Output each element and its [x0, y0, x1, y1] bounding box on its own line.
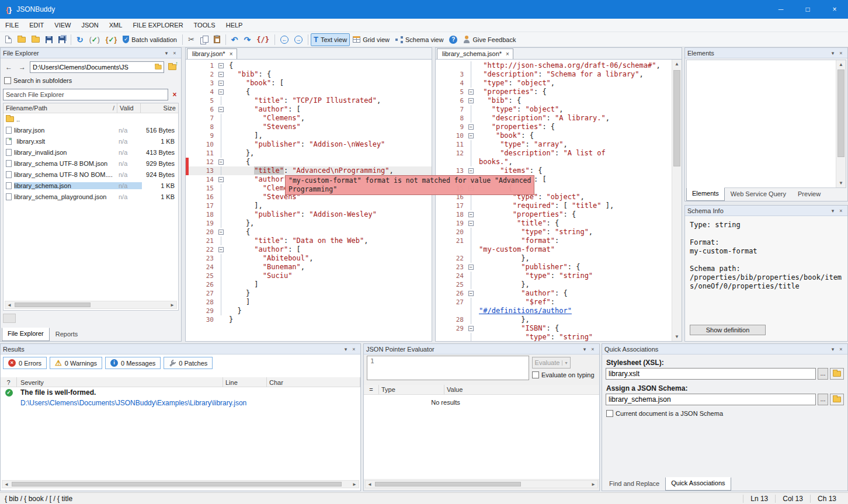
panel-menu-button[interactable]: ▾ — [342, 346, 350, 352]
clear-search-icon[interactable]: × — [171, 91, 179, 99]
code-line[interactable]: 1−{ — [186, 61, 432, 70]
code-line[interactable]: 7 "Clemens", — [186, 114, 432, 123]
column-equals[interactable]: = — [364, 385, 379, 394]
panel-menu-button[interactable]: ▾ — [829, 346, 837, 352]
column-size[interactable]: Size — [141, 103, 178, 113]
elements-list[interactable]: ▲ ▼ — [686, 60, 846, 188]
copy-button[interactable] — [197, 33, 211, 46]
column-status[interactable]: ? — [1, 377, 17, 387]
code-line[interactable]: 24 "Buneman", — [186, 263, 432, 272]
fold-toggle-icon[interactable]: − — [468, 133, 474, 138]
vertical-scrollbar[interactable]: ▲ ▼ — [836, 60, 846, 187]
grid-view-button[interactable]: Grid view — [350, 33, 392, 46]
fold-toggle-icon[interactable]: − — [468, 168, 474, 173]
horizontal-scrollbar[interactable]: ◄ ► — [2, 480, 359, 488]
scroll-left-icon[interactable]: ◄ — [2, 482, 11, 487]
tab-file-explorer[interactable]: File Explorer — [2, 328, 50, 341]
scrollbar-thumb[interactable] — [673, 70, 680, 166]
code-editor[interactable]: 1−{2− "bib": {3− "book": [4− {5 "title":… — [186, 60, 432, 341]
code-line[interactable]: 19 }, — [186, 219, 432, 228]
nav-back-button[interactable]: ← — [3, 61, 15, 73]
code-line[interactable]: 7 "type": "object", — [436, 105, 672, 114]
code-line[interactable]: 8 "Stevens" — [186, 123, 432, 131]
fold-toggle-icon[interactable]: − — [218, 177, 224, 182]
fold-toggle-icon[interactable]: − — [468, 221, 474, 226]
fold-toggle-icon[interactable]: − — [468, 326, 474, 331]
schema-view-button[interactable]: Schema view — [392, 33, 446, 46]
code-line[interactable]: 10 "publisher": "Addison-\nWesley" — [186, 140, 432, 149]
result-row[interactable]: D:\Users\Clemens\Documents\JSONBuddy\Exa… — [1, 398, 360, 408]
code-line[interactable]: 27 } — [186, 289, 432, 298]
code-line[interactable]: 12− { — [186, 158, 432, 166]
panel-menu-button[interactable]: ▾ — [581, 346, 589, 352]
sort-indicator-icon[interactable]: / — [113, 105, 114, 112]
refresh-button[interactable]: ↻ — [74, 33, 86, 46]
json-pointer-input[interactable]: 1 — [367, 356, 529, 380]
code-line[interactable]: 5 "title": "TCP/IP Illustrated", — [186, 96, 432, 105]
panel-close-button[interactable]: × — [589, 346, 597, 352]
schema-folder-button[interactable] — [830, 394, 844, 405]
text-view-button[interactable]: T Text view — [311, 33, 350, 46]
panel-close-button[interactable]: × — [350, 346, 358, 352]
panel-menu-button[interactable]: ▾ — [162, 50, 171, 56]
new-file-button[interactable] — [2, 33, 15, 46]
code-line[interactable]: 19− "title": { — [436, 219, 672, 228]
column-char[interactable]: Char — [267, 377, 360, 387]
scroll-left-icon[interactable]: ◄ — [366, 482, 374, 487]
menu-file[interactable]: FILE — [0, 19, 24, 32]
browse-schema-button[interactable]: ... — [818, 394, 828, 405]
code-line[interactable]: 23− "publisher": { — [436, 263, 672, 272]
fold-toggle-icon[interactable]: − — [218, 72, 224, 77]
file-row[interactable]: library_schema UTF-8 BOM.jsonn/a929 Byte… — [4, 158, 178, 169]
code-line[interactable]: 6− "author": [ — [186, 105, 432, 114]
scrollbar-thumb[interactable] — [837, 69, 844, 157]
fold-toggle-icon[interactable]: − — [218, 247, 224, 252]
code-line[interactable]: 28 ] — [186, 298, 432, 307]
path-combobox[interactable] — [30, 61, 164, 73]
scroll-right-icon[interactable]: ► — [350, 482, 359, 487]
column-value[interactable]: Value — [444, 385, 599, 394]
code-line[interactable]: 23 "Abiteboul", — [186, 254, 432, 263]
code-line[interactable]: 13 "title": "Advanced\nProgramming", — [186, 166, 432, 175]
check-well-formed-button[interactable]: (✓) — [86, 33, 103, 46]
paste-button[interactable] — [211, 33, 223, 46]
validate-button[interactable]: {✓} — [103, 33, 120, 46]
code-line[interactable]: 4− { — [186, 88, 432, 96]
scroll-right-icon[interactable]: ► — [589, 482, 597, 487]
navigate-forward-button[interactable]: → — [291, 33, 305, 46]
menu-xml[interactable]: XML — [104, 19, 128, 32]
browse-stylesheet-button[interactable]: ... — [818, 368, 828, 380]
fold-toggle-icon[interactable]: − — [468, 291, 474, 296]
menu-file-explorer[interactable]: FILE EXPLORER — [127, 19, 188, 32]
fold-toggle-icon[interactable]: − — [218, 230, 224, 235]
json-pointer-button[interactable]: {/} — [253, 33, 272, 46]
open-file-button[interactable] — [15, 33, 29, 46]
close-tab-icon[interactable]: × — [506, 51, 509, 57]
scroll-left-icon[interactable]: ◄ — [5, 303, 13, 308]
code-line[interactable]: 30} — [186, 315, 432, 324]
code-line[interactable]: 21 "format": — [436, 237, 672, 245]
batch-validation-button[interactable]: ✓ Batch validation — [120, 33, 180, 46]
code-line[interactable]: 18− "properties": { — [436, 210, 672, 219]
file-row[interactable]: library_schema_playground.jsonn/a1 KB — [4, 191, 178, 202]
result-file-link[interactable]: D:\Users\Clemens\Documents\JSONBuddy\Exa… — [1, 399, 246, 407]
scrollbar-thumb[interactable] — [15, 303, 91, 307]
minimize-button[interactable]: ─ — [767, 0, 794, 19]
maximize-button[interactable]: □ — [794, 0, 821, 19]
nav-forward-button[interactable]: → — [16, 61, 28, 73]
column-valid[interactable]: Valid — [117, 103, 141, 113]
fold-toggle-icon[interactable]: − — [218, 107, 224, 112]
is-json-schema-checkbox[interactable] — [606, 410, 613, 417]
fold-toggle-icon[interactable]: − — [218, 89, 224, 95]
warnings-filter-button[interactable]: ⚠0 Warnings — [50, 357, 102, 369]
code-line[interactable]: 9 ], — [186, 131, 432, 140]
close-button[interactable]: × — [821, 0, 848, 19]
scroll-right-icon[interactable]: ► — [168, 303, 176, 308]
schema-input[interactable] — [606, 394, 816, 405]
code-line[interactable]: 29 } — [186, 307, 432, 315]
code-line[interactable]: books.", — [436, 158, 672, 166]
tab-library-schema-json[interactable]: library_schema.json* × — [437, 48, 513, 59]
code-line[interactable]: 18 "publisher": "Addison-Wesley" — [186, 210, 432, 219]
evaluate-on-typing-checkbox[interactable] — [532, 371, 539, 378]
fold-toggle-icon[interactable]: − — [468, 212, 474, 217]
